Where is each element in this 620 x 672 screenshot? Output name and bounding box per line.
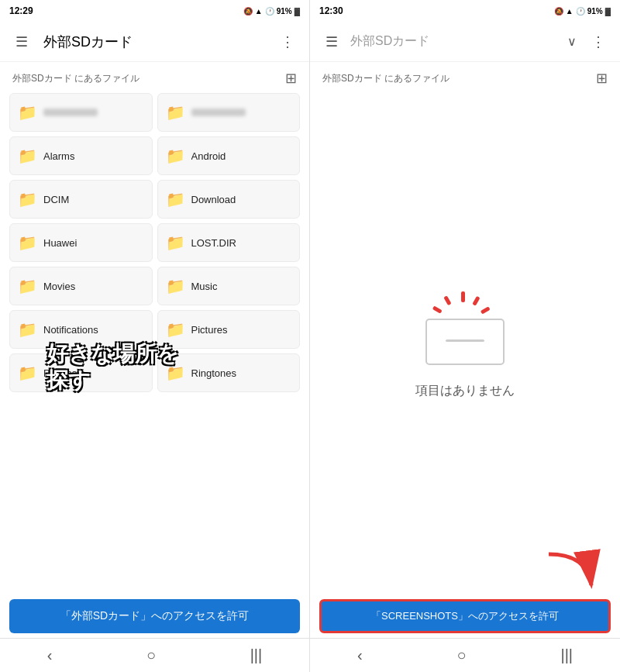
left-toolbar: ☰ 外部SDカード ⋮: [0, 22, 309, 62]
list-item[interactable]: 📁 Podcasts: [9, 353, 153, 392]
folder-icon: 📁: [18, 277, 37, 295]
folder-icon: 📁: [18, 233, 37, 252]
hamburger-menu-icon[interactable]: ☰: [6, 26, 37, 57]
list-item[interactable]: 📁 Huawei: [9, 223, 153, 262]
arrow-svg: [541, 546, 603, 593]
right-section-header: 外部SDカード にあるファイル ⊞: [310, 62, 620, 93]
left-status-bar: 12:29 🔕 ▲ 🕐 91% ▓: [0, 0, 309, 22]
left-toolbar-title: 外部SDカード: [37, 33, 272, 51]
svg-rect-3: [443, 295, 451, 305]
svg-rect-1: [472, 296, 480, 306]
folder-icon: 📁: [166, 277, 185, 295]
empty-text: 項目はありません: [415, 383, 515, 399]
folder-name: Download: [191, 194, 236, 205]
folder-icon: 📁: [18, 320, 37, 339]
empty-svg: [418, 290, 512, 367]
arrow-indicator: [541, 546, 603, 596]
folder-icon: 📁: [166, 233, 185, 252]
folder-icon: 📁: [166, 320, 185, 339]
right-hamburger-icon[interactable]: ☰: [316, 26, 347, 57]
back-icon[interactable]: ‹: [47, 646, 53, 664]
folder-icon: 📁: [18, 190, 37, 208]
list-item[interactable]: 📁 Movies: [9, 267, 153, 305]
left-panel: 12:29 🔕 ▲ 🕐 91% ▓ ☰ 外部SDカード ⋮ 外部SDカード にあ…: [0, 0, 310, 672]
list-item[interactable]: 📁 DCIM: [9, 180, 153, 219]
left-section-label: 外部SDカード にあるファイル: [12, 72, 140, 85]
folder-name: Ringtones: [191, 367, 237, 379]
folder-name: Music: [191, 281, 218, 292]
folder-name: Notifications: [43, 324, 98, 336]
svg-rect-6: [446, 339, 484, 342]
svg-rect-4: [432, 305, 443, 313]
right-bottom-area: 「SCREENSHOTS」へのアクセスを許可: [319, 599, 611, 633]
right-time: 12:30: [319, 5, 343, 16]
svg-rect-2: [480, 306, 491, 314]
folder-name: LOST.DIR: [191, 237, 237, 249]
folder-icon: 📁: [166, 364, 185, 382]
left-section-header: 外部SDカード にあるファイル ⊞: [0, 62, 309, 93]
right-toolbar: ☰ 外部SDカード ∨ ⋮: [310, 22, 620, 62]
folder-icon: 📁: [18, 146, 37, 165]
svg-rect-0: [461, 291, 465, 302]
list-item[interactable]: 📁 Alarms: [9, 136, 153, 175]
right-access-button[interactable]: 「SCREENSHOTS」へのアクセスを許可: [319, 599, 611, 633]
folder-name: Alarms: [43, 150, 74, 162]
right-more-options-icon[interactable]: ⋮: [583, 26, 614, 57]
right-panel: 12:30 🔕 ▲ 🕐 91% ▓ ☰ 外部SDカード ∨ ⋮ 外部SDカード …: [310, 0, 620, 672]
folder-icon: 📁: [18, 364, 37, 382]
empty-illustration: [418, 290, 512, 367]
folder-icon: 📁: [166, 103, 185, 122]
folder-name-blurred: [191, 109, 246, 116]
list-item[interactable]: 📁 Ringtones: [157, 353, 301, 392]
folder-name: Huawei: [43, 237, 77, 249]
list-item[interactable]: 📁 Android: [157, 136, 301, 175]
left-toolbar-actions: ⋮: [272, 26, 303, 57]
right-section-label: 外部SDカード にあるファイル: [322, 72, 450, 85]
right-back-icon[interactable]: ‹: [357, 646, 363, 664]
folder-icon: 📁: [166, 146, 185, 165]
left-access-button[interactable]: 「外部SDカード」へのアクセスを許可: [9, 599, 300, 633]
folder-name-blurred: [43, 109, 98, 116]
list-item[interactable]: 📁 Download: [157, 180, 301, 219]
recents-icon[interactable]: |||: [250, 646, 263, 664]
right-toolbar-title: 外部SDカード: [347, 33, 567, 50]
folder-icon: 📁: [166, 190, 185, 208]
right-status-icons: 🔕 ▲ 🕐 91% ▓: [554, 7, 611, 16]
right-grid-view-icon[interactable]: ⊞: [596, 70, 608, 87]
more-options-icon[interactable]: ⋮: [272, 26, 303, 57]
grid-view-icon[interactable]: ⊞: [285, 70, 297, 87]
left-time: 12:29: [9, 5, 33, 16]
right-nav-bar: ‹ ○ |||: [310, 638, 620, 672]
folder-icon: 📁: [18, 103, 37, 122]
list-item[interactable]: 📁 LOST.DIR: [157, 223, 301, 262]
list-item[interactable]: 📁 Music: [157, 267, 301, 305]
left-status-icons: 🔕 ▲ 🕐 91% ▓: [243, 7, 300, 16]
right-recents-icon[interactable]: |||: [560, 646, 573, 664]
list-item[interactable]: 📁 Pictures: [157, 310, 301, 349]
right-status-bar: 12:30 🔕 ▲ 🕐 91% ▓: [310, 0, 620, 22]
list-item[interactable]: 📁 Notifications: [9, 310, 153, 349]
left-nav-bar: ‹ ○ |||: [0, 638, 309, 672]
list-item[interactable]: 📁: [157, 93, 301, 132]
folder-name: Podcasts: [43, 367, 84, 379]
folder-name: Movies: [43, 281, 75, 292]
list-item[interactable]: 📁: [9, 93, 153, 132]
right-home-icon[interactable]: ○: [456, 646, 466, 664]
left-file-grid: 📁 📁 📁 Alarms 📁 Android 📁 DCIM 📁 Download: [0, 93, 309, 593]
dropdown-arrow-icon[interactable]: ∨: [567, 34, 577, 49]
empty-state: 項目はありません: [310, 93, 620, 596]
folder-name: DCIM: [43, 194, 69, 205]
home-icon[interactable]: ○: [146, 646, 156, 664]
folder-name: Pictures: [191, 324, 228, 336]
folder-name: Android: [191, 150, 226, 162]
